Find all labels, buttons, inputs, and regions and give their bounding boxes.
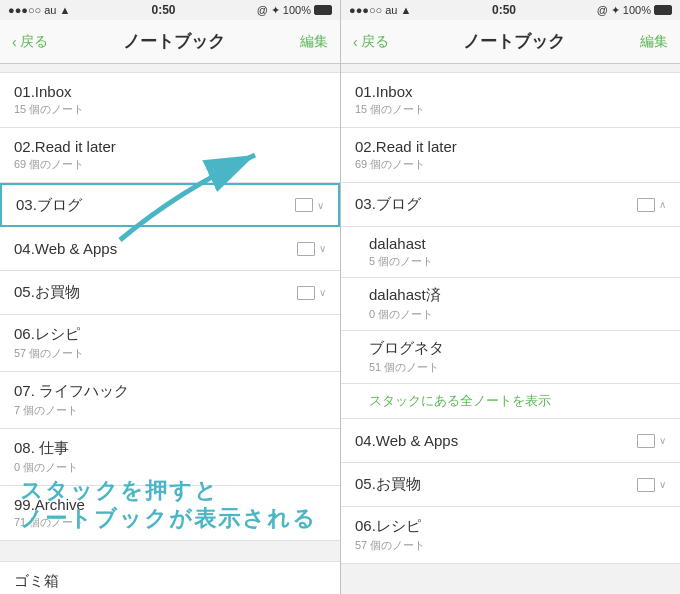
notebook-stack-icon (297, 242, 315, 256)
list-item[interactable]: 02.Read it later 69 個のノート (0, 128, 340, 183)
list-item[interactable]: 01.Inbox 15 個のノート (341, 72, 680, 128)
time-right: 0:50 (492, 3, 516, 17)
item-subtitle: 51 個のノート (369, 360, 444, 375)
edit-button-left[interactable]: 編集 (300, 33, 328, 51)
back-label-right: 戻る (361, 33, 389, 51)
item-subtitle: 15 個のノート (355, 102, 425, 117)
item-title: 08. 仕事 (14, 439, 78, 458)
item-title: 04.Web & Apps (14, 240, 117, 257)
list-item-stack-expanded[interactable]: 03.ブログ ∧ (341, 183, 680, 227)
trash-title: ゴミ箱 (14, 572, 59, 589)
stack-icon: ∨ (297, 286, 326, 300)
bluetooth-icon-right: ✦ (611, 4, 620, 17)
chevron-left-icon-left: ‹ (12, 34, 17, 50)
item-title: 03.ブログ (16, 196, 82, 215)
status-right-left: @ ✦ 100% (257, 4, 332, 17)
chevron-up-icon: ∧ (659, 199, 666, 210)
item-title: dalahast (369, 235, 433, 252)
chevron-down-icon: ∨ (659, 435, 666, 446)
item-title: 04.Web & Apps (355, 432, 458, 449)
battery-icon-left (314, 5, 332, 15)
chevron-down-icon: ∨ (319, 287, 326, 298)
item-title: 03.ブログ (355, 195, 421, 214)
status-left: ●●●○○ 戻る au ▲ (8, 4, 70, 16)
list-item[interactable]: 99.Archive 71 個のノート (0, 486, 340, 541)
item-subtitle: 71 個のノート (14, 515, 85, 530)
notebook-stack-icon (295, 198, 313, 212)
battery-left: 100% (283, 4, 311, 16)
edit-button-right[interactable]: 編集 (640, 33, 668, 51)
show-all-notes-link[interactable]: スタックにある全ノートを表示 (341, 384, 680, 419)
time-left: 0:50 (152, 3, 176, 17)
sub-list-item[interactable]: ブログネタ 51 個のノート (341, 331, 680, 384)
stack-icon: ∨ (297, 242, 326, 256)
left-phone-panel: ●●●○○ 戻る au ▲ 0:50 @ ✦ 100% ‹ 戻る ノートブック … (0, 0, 340, 594)
item-title: 01.Inbox (14, 83, 84, 100)
nav-title-left: ノートブック (123, 30, 225, 53)
stack-icon: ∨ (637, 434, 666, 448)
item-subtitle: 0 個のノート (369, 307, 441, 322)
item-subtitle: 57 個のノート (14, 346, 84, 361)
signal-dots-right: ●●●○○ (349, 4, 382, 16)
status-bar-right: ●●●○○ au ▲ 0:50 @ ✦ 100% (341, 0, 680, 20)
notebook-stack-icon (297, 286, 315, 300)
battery-right: 100% (623, 4, 651, 16)
sub-list-item[interactable]: dalahast 5 個のノート (341, 227, 680, 278)
back-button-right[interactable]: ‹ 戻る (353, 33, 389, 51)
status-right-right: @ ✦ 100% (597, 4, 672, 17)
notebook-list-right: 01.Inbox 15 個のノート 02.Read it later 69 個の… (341, 64, 680, 594)
item-subtitle: 7 個のノート (14, 403, 129, 418)
sub-list-item[interactable]: dalahast済 0 個のノート (341, 278, 680, 331)
stack-icon-expanded: ∧ (637, 198, 666, 212)
item-subtitle: 69 個のノート (14, 157, 116, 172)
item-subtitle: 5 個のノート (369, 254, 433, 269)
back-button-left[interactable]: ‹ 戻る (12, 33, 48, 51)
list-item-stack[interactable]: 03.ブログ ∨ (0, 183, 340, 227)
notebook-list-left: 01.Inbox 15 個のノート 02.Read it later 69 個の… (0, 64, 340, 594)
item-subtitle: 0 個のノート (14, 460, 78, 475)
notebook-stack-icon (637, 198, 655, 212)
carrier-au-right: au (385, 4, 397, 16)
item-title: 06.レシピ (14, 325, 84, 344)
list-item-stack[interactable]: 05.お買物 ∨ (341, 463, 680, 507)
stack-icon: ∨ (637, 478, 666, 492)
list-item-stack[interactable]: 04.Web & Apps ∨ (341, 419, 680, 463)
item-subtitle: 57 個のノート (355, 538, 425, 553)
list-item[interactable]: 02.Read it later 69 個のノート (341, 128, 680, 183)
location-icon-right: @ (597, 4, 608, 16)
item-title: dalahast済 (369, 286, 441, 305)
nav-bar-right: ‹ 戻る ノートブック 編集 (341, 20, 680, 64)
item-subtitle: 69 個のノート (355, 157, 457, 172)
list-item-stack[interactable]: 04.Web & Apps ∨ (0, 227, 340, 271)
battery-icon-right (654, 5, 672, 15)
chevron-down-icon: ∨ (659, 479, 666, 490)
bluetooth-icon: ✦ (271, 4, 280, 17)
list-item[interactable]: 01.Inbox 15 個のノート (0, 72, 340, 128)
item-title: 01.Inbox (355, 83, 425, 100)
chevron-left-icon-right: ‹ (353, 34, 358, 50)
nav-title-right: ノートブック (463, 30, 565, 53)
wifi-icon-right: ▲ (400, 4, 411, 16)
list-item[interactable]: 06.レシピ 57 個のノート (0, 315, 340, 372)
right-phone-panel: ●●●○○ au ▲ 0:50 @ ✦ 100% ‹ 戻る ノートブック 編集 … (340, 0, 680, 594)
back-label-left: 戻る (20, 33, 48, 51)
notebook-stack-icon (637, 434, 655, 448)
list-item[interactable]: 08. 仕事 0 個のノート (0, 429, 340, 486)
chevron-down-icon: ∨ (319, 243, 326, 254)
item-title: 06.レシピ (355, 517, 425, 536)
item-title: 02.Read it later (355, 138, 457, 155)
carrier-au: au (44, 4, 56, 16)
wifi-icon: ▲ (59, 4, 70, 16)
item-title: 02.Read it later (14, 138, 116, 155)
item-title: 05.お買物 (355, 475, 421, 494)
list-item-stack[interactable]: 05.お買物 ∨ (0, 271, 340, 315)
trash-item[interactable]: ゴミ箱 (0, 561, 340, 594)
item-title: 99.Archive (14, 496, 85, 513)
status-left-right: ●●●○○ au ▲ (349, 4, 411, 16)
list-item[interactable]: 07. ライフハック 7 個のノート (0, 372, 340, 429)
chevron-down-icon: ∨ (317, 200, 324, 211)
list-item[interactable]: 06.レシピ 57 個のノート (341, 507, 680, 564)
signal-dots: ●●●○○ (8, 4, 41, 16)
location-icon: @ (257, 4, 268, 16)
item-title: 07. ライフハック (14, 382, 129, 401)
